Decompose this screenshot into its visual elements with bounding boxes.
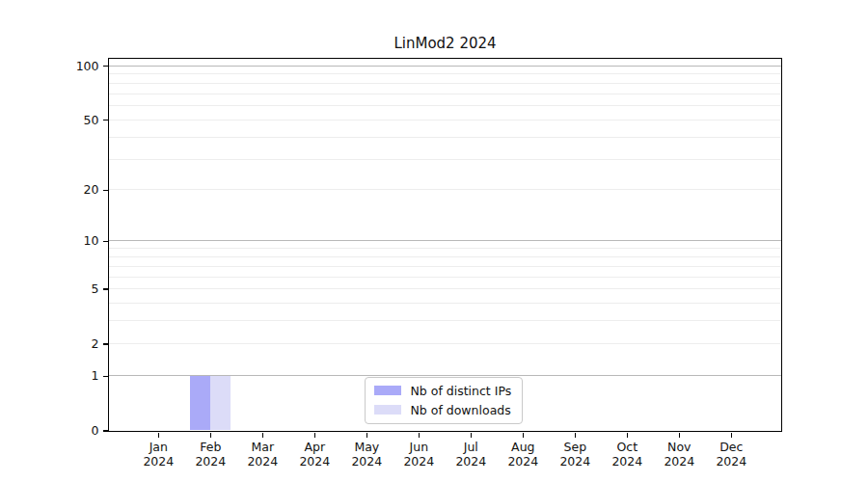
y-gridline-minor <box>109 303 781 304</box>
y-gridline-minor <box>109 343 781 344</box>
x-tick-label: Oct 2024 <box>601 440 653 469</box>
x-tick-label: Jan 2024 <box>132 440 184 469</box>
x-tick-label: Dec 2024 <box>705 440 757 469</box>
x-tick-mark <box>523 433 524 438</box>
x-tick-mark <box>471 433 472 438</box>
x-tick-mark <box>627 433 628 438</box>
y-tick-label: 50 <box>57 114 99 127</box>
y-tick-label: 10 <box>57 234 99 248</box>
y-tick-label: 100 <box>57 60 99 73</box>
x-tick-mark <box>679 433 680 438</box>
x-tick-mark <box>158 433 159 438</box>
legend-swatch-distinct-ips <box>374 386 401 395</box>
y-tick-mark <box>103 430 108 431</box>
y-gridline-minor <box>109 159 781 160</box>
x-tick-label: Feb 2024 <box>184 440 236 469</box>
chart-title: LinMod2 2024 <box>109 34 781 53</box>
chart: LinMod2 2024 Nb of distinct IPs Nb of do… <box>0 0 868 482</box>
x-tick-mark <box>731 433 732 438</box>
y-gridline-minor <box>109 120 781 120</box>
x-tick-mark <box>366 433 367 438</box>
y-gridline-minor <box>109 248 781 249</box>
legend-label-distinct-ips: Nb of distinct IPs <box>411 384 512 398</box>
y-gridline-major <box>109 240 781 241</box>
x-tick-label: Jul 2024 <box>445 440 497 469</box>
x-tick-label: Nov 2024 <box>653 440 705 469</box>
y-tick-mark <box>103 66 108 67</box>
y-gridline-minor <box>109 94 781 94</box>
legend-entry-distinct-ips: Nb of distinct IPs <box>374 384 512 398</box>
y-gridline-minor <box>109 320 781 321</box>
y-tick-mark <box>103 288 108 289</box>
x-tick-mark <box>575 433 576 438</box>
y-tick-label: 2 <box>57 337 99 351</box>
y-tick-label: 0 <box>57 424 99 438</box>
x-tick-mark <box>419 433 420 438</box>
x-tick-label: Sep 2024 <box>549 440 601 469</box>
x-tick-label: May 2024 <box>340 440 393 469</box>
y-gridline-minor <box>109 266 781 267</box>
y-gridline-minor <box>109 73 781 74</box>
y-gridline-minor <box>109 83 781 84</box>
bar-distinct-ips <box>190 376 210 431</box>
x-tick-mark <box>314 433 315 438</box>
y-tick-label: 1 <box>57 369 99 383</box>
y-gridline-minor <box>109 277 781 278</box>
y-gridline-minor <box>109 288 781 289</box>
y-gridline-major <box>109 66 781 67</box>
x-tick-mark <box>262 433 263 438</box>
legend-entry-downloads: Nb of downloads <box>374 403 512 417</box>
x-tick-label: Mar 2024 <box>236 440 288 469</box>
legend: Nb of distinct IPs Nb of downloads <box>365 377 524 424</box>
y-tick-label: 20 <box>57 183 99 197</box>
y-tick-mark <box>103 376 108 377</box>
y-tick-mark <box>103 120 108 120</box>
legend-label-downloads: Nb of downloads <box>411 403 511 417</box>
y-tick-mark <box>103 241 108 242</box>
y-tick-label: 5 <box>57 282 99 296</box>
y-gridline-minor <box>109 189 781 190</box>
bar-downloads <box>210 376 231 431</box>
x-tick-label: Apr 2024 <box>288 440 340 469</box>
y-gridline-minor <box>109 137 781 138</box>
legend-swatch-downloads <box>374 405 401 415</box>
y-tick-mark <box>103 190 108 191</box>
y-gridline-minor <box>109 256 781 257</box>
x-tick-label: Jun 2024 <box>393 440 445 469</box>
x-tick-label: Aug 2024 <box>497 440 549 469</box>
plot-area: Nb of distinct IPs Nb of downloads <box>108 58 782 432</box>
x-tick-mark <box>210 433 211 438</box>
y-tick-mark <box>103 343 108 344</box>
y-gridline-minor <box>109 105 781 106</box>
